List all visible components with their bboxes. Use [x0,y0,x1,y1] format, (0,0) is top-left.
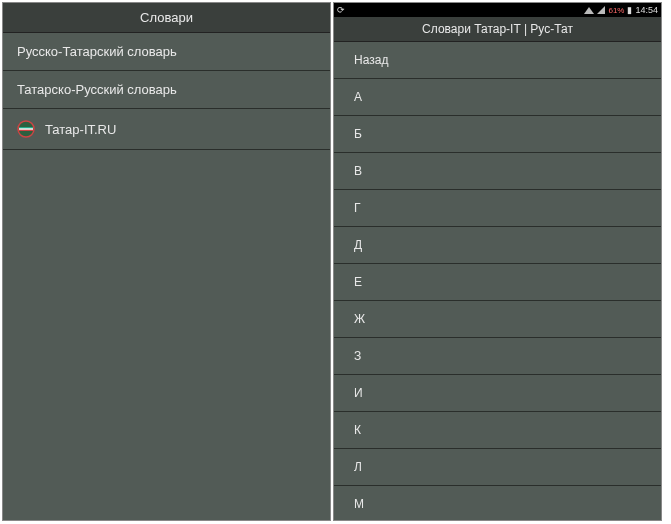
status-right: 61% ▮ 14:54 [584,5,658,15]
svg-rect-2 [19,127,33,128]
header-title: Словари [3,3,330,33]
letter-item[interactable]: З [334,338,661,375]
letter-label: Ж [354,312,365,326]
letter-label: Е [354,275,362,289]
wifi-icon [584,7,594,14]
list-item-label: Татар-IT.RU [45,122,116,137]
letter-item[interactable]: В [334,153,661,190]
letter-label: Б [354,127,362,141]
letter-label: А [354,90,362,104]
letter-item[interactable]: К [334,412,661,449]
header-title: Словари Татар-IT | Рус-Тат [334,17,661,42]
sync-icon: ⟳ [337,5,345,15]
list-item-label: Русско-Татарский словарь [17,44,177,59]
letter-list: Назад А Б В Г Д Е Ж З И К Л М [334,42,661,519]
back-item[interactable]: Назад [334,42,661,79]
letter-label: Л [354,460,362,474]
letter-label: Г [354,201,361,215]
svg-rect-3 [19,130,33,131]
signal-icon [597,6,605,14]
list-item-dictionary[interactable]: Татар-IT.RU [3,109,330,150]
globe-icon [17,120,35,138]
letter-item[interactable]: Б [334,116,661,153]
status-bar: ⟳ 61% ▮ 14:54 [334,3,661,17]
screen-dictionaries: Словари Русско-Татарский словарь Татарск… [2,2,331,521]
letter-item[interactable]: Л [334,449,661,486]
battery-icon: ▮ [627,5,632,15]
letter-label: Д [354,238,362,252]
letter-label: И [354,386,363,400]
letter-label: К [354,423,361,437]
letter-label: З [354,349,361,363]
battery-percent: 61% [608,6,624,15]
status-left: ⟳ [337,5,345,15]
letter-item[interactable]: А [334,79,661,116]
dictionary-list: Русско-Татарский словарь Татарско-Русски… [3,33,330,518]
letter-item[interactable]: Г [334,190,661,227]
letter-item[interactable]: Д [334,227,661,264]
letter-item[interactable]: Е [334,264,661,301]
list-item-dictionary[interactable]: Русско-Татарский словарь [3,33,330,71]
letter-item[interactable]: И [334,375,661,412]
letter-label: В [354,164,362,178]
back-label: Назад [354,53,388,67]
letter-item[interactable]: Ж [334,301,661,338]
status-time: 14:54 [635,5,658,15]
list-item-dictionary[interactable]: Татарско-Русский словарь [3,71,330,109]
letter-label: М [354,497,364,511]
letter-item[interactable]: М [334,486,661,519]
screen-letters: ⟳ 61% ▮ 14:54 Словари Татар-IT | Рус-Тат… [333,2,662,521]
list-item-label: Татарско-Русский словарь [17,82,177,97]
